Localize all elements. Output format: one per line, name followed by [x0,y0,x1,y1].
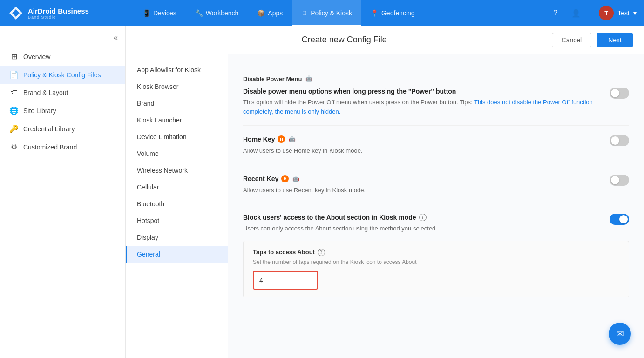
sub-sidebar: App Allowlist for Kiosk Kiosk Browser Br… [126,54,228,358]
nav-right: ? 👤 T Test ▾ [548,6,637,20]
toggle-recent-key[interactable] [610,175,629,186]
taps-input-wrapper: ▲ ▼ [253,271,318,290]
help-icon-taps[interactable]: ? [318,249,325,256]
brand-layout-icon: 🏷 [9,88,19,97]
toggle-slider-recent-key [610,175,629,186]
setting-row-home-key: Home Key H 🤖 Allow users to use Home key… [243,126,629,165]
setting-label-area-recent-key: Recent Key H 🤖 Allow users to use Recent… [243,175,602,195]
sub-sidebar-item-app-allowlist[interactable]: App Allowlist for Kiosk [126,61,228,78]
taps-number-input[interactable] [254,273,318,288]
setting-desc-recent-key: Allow users to use Recent key in Kiosk m… [243,186,602,195]
policy-kiosk-config-icon: 📄 [9,70,19,79]
sub-sidebar-item-device-limitation[interactable]: Device Limitation [126,128,228,145]
huawei-badge-recent: H [281,175,289,182]
sub-sidebar-item-cellular[interactable]: Cellular [126,179,228,196]
cancel-button[interactable]: Cancel [552,33,592,47]
setting-desc-disable-power: This option will hide the Power Off menu… [243,98,602,116]
setting-label-disable-power: Disable power menu options when long pre… [243,88,602,95]
section-header-disable-power-menu: Disable Power Menu 🤖 [243,74,629,83]
avatar: T [599,6,614,20]
sub-sidebar-item-kiosk-launcher[interactable]: Kiosk Launcher [126,112,228,128]
header-actions: Cancel Next [552,33,633,47]
nav-item-policy-kiosk[interactable]: 🖥 Policy & Kiosk [292,0,361,26]
setting-desc-block-about: Users can only access the About section … [243,224,602,233]
nav-item-workbench[interactable]: 🔧 Workbench [186,0,248,26]
geofencing-icon: 📍 [371,9,379,17]
overview-icon: ⊞ [9,52,19,61]
collapse-button[interactable]: « [114,34,118,42]
setting-row-recent-key: Recent Key H 🤖 Allow users to use Recent… [243,165,629,205]
sub-sidebar-item-wireless-network[interactable]: Wireless Network [126,162,228,179]
huawei-badge-home: H [278,135,285,143]
sidebar-item-site-library[interactable]: 🌐 Site Library [0,101,125,120]
toggle-home-key[interactable] [610,135,629,146]
credential-library-icon: 🔑 [9,124,19,133]
left-sidebar: « ⊞ Overview 📄 Policy & Kiosk Config Fil… [0,26,126,358]
sub-sidebar-item-kiosk-browser[interactable]: Kiosk Browser [126,78,228,95]
info-icon-block-about[interactable]: i [419,214,427,221]
customized-brand-icon: ⚙ [9,142,19,151]
nav-item-geofencing[interactable]: 📍 Geofencing [361,0,424,26]
setting-disable-power-inner: Disable power menu options when long pre… [243,88,629,116]
setting-home-key-inner: Home Key H 🤖 Allow users to use Home key… [243,135,629,155]
sub-sidebar-item-display[interactable]: Display [126,229,228,246]
user-menu[interactable]: T Test ▾ [599,6,637,20]
toggle-block-about[interactable] [610,214,629,225]
nav-divider [591,7,591,20]
android-icon-power-menu: 🤖 [305,74,313,83]
apps-icon: 📦 [257,9,265,17]
fab-icon: ✉ [616,328,624,339]
sub-sidebar-item-hotspot[interactable]: Hotspot [126,212,228,229]
content-title: Create new Config File [302,35,387,44]
setting-desc-home-key: Allow users to use Home key in Kiosk mod… [243,146,602,155]
policy-kiosk-icon: 🖥 [301,9,308,17]
sub-setting-taps-to-access: Taps to access About ? Set the number of… [243,241,629,297]
sidebar-item-overview[interactable]: ⊞ Overview [0,47,125,66]
devices-icon: 📱 [142,9,150,17]
nav-item-apps[interactable]: 📦 Apps [248,0,292,26]
setting-label-home-key: Home Key H 🤖 [243,135,602,143]
toggle-slider-block-about [610,214,629,225]
setting-label-area-block-about: Block users' access to the About section… [243,214,602,233]
settings-panel: Disable Power Menu 🤖 Disable power menu … [228,54,644,358]
fab-button[interactable]: ✉ [609,323,631,345]
setting-row-disable-power-menu: Disable Power Menu 🤖 Disable power menu … [243,65,629,126]
nav-item-devices[interactable]: 📱 Devices [133,0,186,26]
sidebar-collapse-area: « [0,32,125,47]
toggle-slider-home-key [610,135,629,146]
content-area: Create new Config File Cancel Next App A… [126,26,644,358]
setting-label-recent-key: Recent Key H 🤖 [243,175,602,183]
sub-sidebar-item-bluetooth[interactable]: Bluetooth [126,196,228,212]
logo-area: AirDroid Business Band Studio [7,5,133,21]
sidebar-item-policy-kiosk-config[interactable]: 📄 Policy & Kiosk Config Files [0,66,125,84]
sub-sidebar-item-general[interactable]: General [126,246,228,263]
setting-row-block-about: Block users' access to the About section… [243,204,629,307]
logo-text: AirDroid Business Band Studio [28,7,89,20]
setting-label-block-about: Block users' access to the About section… [243,214,602,221]
site-library-icon: 🌐 [9,106,19,115]
chevron-down-icon: ▾ [633,9,637,17]
logo-icon [7,5,24,21]
sub-sidebar-item-volume[interactable]: Volume [126,145,228,162]
setting-label-area-disable-power: Disable power menu options when long pre… [243,88,602,116]
next-button[interactable]: Next [597,33,633,47]
android-icon-recent-key: 🤖 [291,175,300,183]
help-button[interactable]: ? [548,6,563,20]
toggle-slider-disable-power [610,88,629,99]
setting-block-about-inner: Block users' access to the About section… [243,214,629,233]
sub-setting-desc-taps: Set the number of taps required on the K… [253,259,619,265]
setting-recent-key-inner: Recent Key H 🤖 Allow users to use Recent… [243,175,629,195]
notification-button[interactable]: 👤 [569,6,583,20]
sidebar-item-customized-brand[interactable]: ⚙ Customized Brand [0,138,125,156]
toggle-disable-power[interactable] [610,88,629,99]
main-layout: « ⊞ Overview 📄 Policy & Kiosk Config Fil… [0,26,644,358]
nav-items: 📱 Devices 🔧 Workbench 📦 Apps 🖥 Policy & … [133,0,548,26]
top-navigation: AirDroid Business Band Studio 📱 Devices … [0,0,644,26]
setting-label-area-home-key: Home Key H 🤖 Allow users to use Home key… [243,135,602,155]
sub-sidebar-item-brand[interactable]: Brand [126,95,228,112]
sidebar-item-brand-layout[interactable]: 🏷 Brand & Layout [0,84,125,101]
sub-setting-label-taps: Taps to access About ? [253,249,619,256]
sidebar-item-credential-library[interactable]: 🔑 Credential Library [0,120,125,138]
workbench-icon: 🔧 [195,9,203,17]
content-header: Create new Config File Cancel Next [126,26,644,54]
